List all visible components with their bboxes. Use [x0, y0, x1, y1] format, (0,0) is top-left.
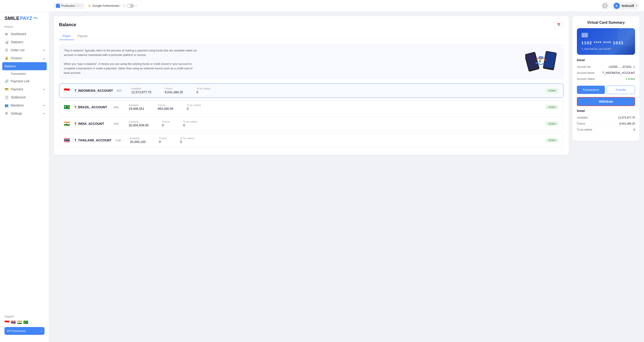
settled-label: To be settled: [183, 120, 197, 123]
available-label: Available: [128, 120, 149, 123]
chip-cell-4: [585, 35, 588, 37]
copy-icon[interactable]: ⧉: [633, 66, 635, 68]
account-name: T_INDIA_ACCOUNT: [74, 122, 110, 126]
sidebar-item-transaction[interactable]: Transaction: [0, 70, 49, 77]
account-name: T_INDONESIA_ACCOUNT: [74, 89, 113, 92]
sidebar-bottom: Support 🇮🇩 🇹🇭 🇮🇳 🇧🇷 API Document →: [0, 311, 49, 338]
members-icon: 👥: [4, 104, 8, 107]
account-status-label: Account Status: [577, 78, 595, 80]
user-badge[interactable]: ▶ testusdt ▾: [611, 2, 640, 10]
sidebar-label-members: Members: [11, 104, 24, 107]
account-status-value: ● Active: [626, 78, 635, 80]
sidebar-section-label: PAGES: [0, 26, 49, 30]
status-badge: Active: [545, 88, 559, 93]
account-flag: 🇮🇩: [64, 88, 71, 94]
env-badge[interactable]: Production ⓘ ▾: [54, 3, 84, 9]
api-doc-label: API Document: [7, 329, 26, 332]
balance-section: Balance 📅 Payin Payout "Pay in balan: [54, 16, 569, 338]
freeze-value: 0: [159, 140, 167, 144]
topnav: Production ⓘ ▾ ★ Google Authenticator : …: [0, 0, 644, 12]
settled-label: To be settled: [187, 104, 201, 106]
sidebar-label-finance: Finance: [11, 56, 22, 60]
sidebar-item-balance[interactable]: Balance: [2, 62, 47, 70]
balance-detail-title: Detail: [577, 109, 635, 112]
auth-label: Google Authenticator :: [92, 4, 121, 8]
tab-payin[interactable]: Payin: [59, 32, 74, 40]
api-doc-button[interactable]: API Document →: [4, 327, 44, 335]
svg-rect-1: [525, 52, 539, 70]
amount-available: Available 20,004,509.65: [128, 120, 149, 127]
account-row-t_india_account[interactable]: 🇮🇳 T_INDIA_ACCOUNT INR Available 20,004,…: [59, 116, 564, 131]
amount-freeze: Freeze 0: [159, 137, 167, 144]
flag-th: 🇹🇭: [11, 320, 16, 325]
sidebar-label-payment: Payment: [11, 88, 23, 91]
freeze-value: 8,041,484.25: [620, 122, 635, 125]
account-flag: 🇮🇳: [64, 121, 71, 126]
env-icon: [56, 4, 60, 8]
api-doc-arrow-icon: →: [39, 329, 42, 332]
detail-account-status-row: Account Status ● Active: [577, 76, 635, 82]
account-row-t_thailand_account[interactable]: 🇹🇭 T_THAILAND_ACCOUNT THB Available 20,0…: [59, 133, 564, 148]
card-account-name: T_INDONESIA_ACCOUNT: [581, 48, 630, 50]
freeze-value: 993,390.95: [158, 107, 173, 110]
settled-label: To be settled: [577, 128, 592, 131]
account-flag: 🇹🇭: [64, 137, 71, 143]
amount-freeze: Freeze 993,390.95: [158, 104, 173, 110]
info-paragraph-1: "Pay in balance" typically refers to the…: [64, 48, 198, 57]
sidebar-label-balance: Balance: [4, 64, 16, 68]
card-detail-section: Detail Account No 110200.......071031 ⧉ …: [577, 58, 635, 82]
account-row-t_indonesia_account[interactable]: 🇮🇩 T_INDONESIA_ACCOUNT IDR Available 12,…: [59, 84, 564, 98]
transfer-button[interactable]: Transfer: [607, 86, 635, 94]
settings-chevron-icon: ▾: [44, 112, 44, 115]
sidebar-item-finance[interactable]: 💰 Finance ▴: [0, 54, 49, 62]
tab-payout[interactable]: Payout: [74, 32, 91, 40]
account-no-value: 110200.......071031 ⧉: [608, 65, 635, 68]
env-chevron-icon: ▾: [81, 4, 82, 7]
auth-toggle[interactable]: [127, 4, 134, 8]
auth-badge[interactable]: ★ Google Authenticator : ⓘ ▾: [88, 4, 137, 8]
sidebar-label-settlement: Settlement: [11, 96, 26, 99]
account-currency: BRL: [114, 106, 125, 109]
withdraw-button[interactable]: Withdraw: [577, 97, 635, 106]
sidebar-item-settings[interactable]: ⚙ Settings ▾: [0, 110, 49, 118]
account-status-text: Active: [628, 78, 635, 80]
sidebar-item-members[interactable]: 👥 Members ▾: [0, 101, 49, 110]
topnav-right: 💬 ▶ testusdt ▾: [602, 2, 640, 10]
amount-available: Available 12,573,977.75: [131, 87, 152, 94]
transactions-button[interactable]: Transactions: [577, 86, 605, 94]
freeze-label: Freeze: [158, 104, 173, 106]
chat-icon[interactable]: 💬: [602, 2, 609, 10]
action-buttons: Transactions Transfer: [577, 86, 635, 94]
main-content: Balance 📅 Payin Payout "Pay in balan: [49, 12, 644, 342]
calendar-button[interactable]: 📅: [554, 22, 564, 28]
available-value: 12,573,977.75: [131, 90, 152, 94]
sidebar-item-dashboard[interactable]: ⊞ Dashboard: [0, 30, 49, 38]
available-label: Available: [130, 137, 146, 140]
sidebar-item-payment[interactable]: 💳 Payment ▾: [0, 85, 49, 93]
dashboard-icon: ⊞: [4, 32, 8, 36]
amount-freeze: Freeze 8,041,484.25: [165, 87, 183, 94]
flag-id: 🇮🇩: [4, 320, 10, 325]
account-row-t_brazil_account[interactable]: 🇧🇷 T_BRAZIL_ACCOUNT BRL Available 19,008…: [59, 100, 564, 114]
available-label: Available: [577, 116, 588, 119]
sidebar-item-orderlist[interactable]: ☰ Order List ▾: [0, 46, 49, 54]
account-name-label: Account Name: [577, 71, 594, 74]
freeze-label: Freeze: [162, 120, 170, 123]
statistics-icon: 📊: [4, 40, 8, 44]
card-detail-title: Detail: [577, 58, 635, 62]
sidebar-item-settlement[interactable]: 📋 Settlement: [0, 93, 49, 101]
panel-title: Virtual Card Summary: [577, 20, 635, 24]
orderlist-chevron-icon: ▾: [44, 49, 44, 52]
settled-value: 0: [180, 140, 194, 144]
orderlist-icon: ☰: [4, 48, 8, 52]
freeze-value: 8,041,484.25: [165, 90, 183, 94]
account-amounts: Available 20,004,509.65 Freeze 0 To be s…: [128, 120, 542, 127]
payment-chevron-icon: ▾: [44, 88, 44, 90]
available-value: 19,008,551: [128, 107, 144, 110]
finance-chevron-icon: ▴: [44, 57, 44, 60]
sidebar-item-paymentlink[interactable]: 🔗 Payment Link: [0, 77, 49, 85]
sidebar-item-statistics[interactable]: 📊 Statistics: [0, 38, 49, 46]
freeze-label: Freeze: [165, 87, 183, 90]
available-label: Available: [128, 104, 144, 106]
amount-settled: To be settled 0: [183, 120, 197, 127]
